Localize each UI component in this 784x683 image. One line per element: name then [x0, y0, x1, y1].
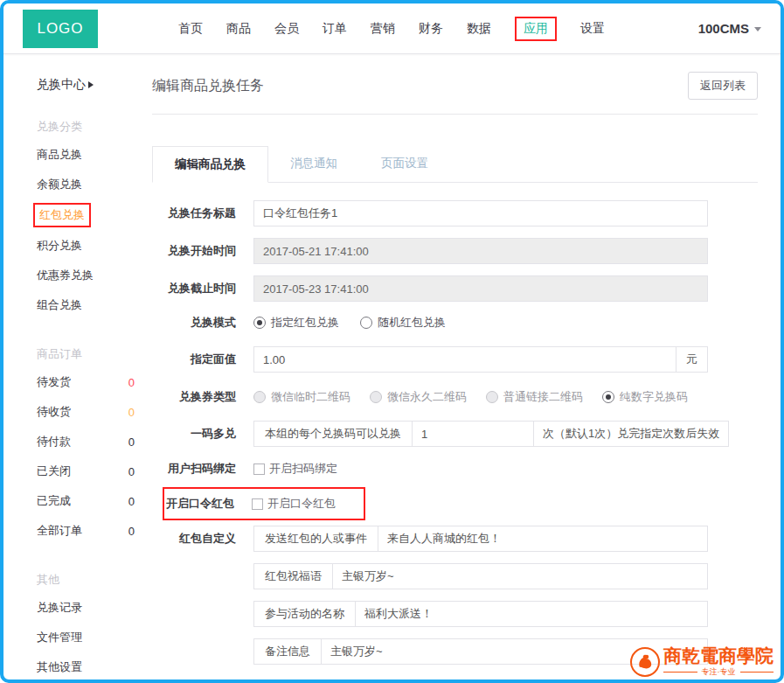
task-title-input[interactable]: [253, 200, 708, 227]
sidebar-item-redpacket-exchange-active[interactable]: 红包兑换: [3, 199, 147, 231]
field-label: 兑换开始时间: [152, 243, 236, 259]
back-to-list-button[interactable]: 返回列表: [688, 72, 758, 100]
page-title: 编辑商品兑换任务: [152, 77, 264, 95]
account-name: 100CMS: [698, 21, 749, 36]
tab-edit-goods-exchange[interactable]: 编辑商品兑换: [152, 146, 268, 183]
nav-item-marketing[interactable]: 营销: [371, 21, 395, 37]
account-menu[interactable]: 100CMS: [698, 21, 761, 36]
sidebar-group-exchange-categories: 兑换分类: [37, 119, 147, 135]
form-row-end-time: 兑换截止时间: [152, 275, 758, 302]
multi-redeem-count-input[interactable]: [412, 421, 534, 447]
nav-item-home[interactable]: 首页: [178, 21, 203, 37]
form-row-remark: 备注信息: [152, 638, 758, 665]
sidebar-item-to-pay[interactable]: 待付款 0: [3, 427, 147, 456]
form-row-scan-bind: 用户扫码绑定 开启扫码绑定: [152, 461, 758, 477]
multi-redeem-suffix: 次（默认1次）兑完指定次数后失效: [534, 421, 729, 447]
sidebar-group-other: 其他: [37, 572, 147, 588]
end-time-input: [253, 275, 708, 302]
tab-page-settings[interactable]: 页面设置: [359, 146, 450, 182]
nav-item-finance[interactable]: 财务: [419, 21, 443, 37]
sidebar-item-goods-exchange[interactable]: 商品兑换: [3, 140, 147, 170]
count-badge: 0: [128, 376, 135, 389]
sidebar-item-exchange-records[interactable]: 兑换记录: [3, 593, 147, 623]
form-row-task-title: 兑换任务标题: [152, 200, 758, 227]
custom-sender-addon: 发送红包的人或事件: [253, 526, 378, 552]
radio-disabled-icon: [253, 391, 266, 403]
checkbox-unchecked-icon: [253, 463, 265, 475]
nav-item-members[interactable]: 会员: [274, 21, 299, 37]
field-label: 一码多兑: [152, 426, 236, 442]
sidebar-item-to-receive[interactable]: 待收货 0: [3, 397, 147, 427]
sidebar-item-other-settings[interactable]: 其他设置: [3, 652, 147, 682]
scan-bind-checkbox[interactable]: 开启扫码绑定: [253, 461, 337, 477]
sidebar-item-all-orders[interactable]: 全部订单 0: [3, 516, 147, 546]
radio-unchecked-icon: [360, 317, 372, 329]
radio-disabled-icon: [486, 391, 498, 403]
nav-item-goods[interactable]: 商品: [226, 21, 251, 37]
sidebar-item-exchange-center[interactable]: 兑换中心: [3, 77, 147, 93]
multi-redeem-prefix: 本组的每个兑换码可以兑换: [253, 421, 412, 447]
wishing-addon: 红包祝福语: [253, 563, 332, 589]
form-row-password-redpacket-highlighted: 开启口令红包 开启口令红包: [163, 487, 365, 520]
header-divider: [152, 114, 758, 115]
custom-sender-input[interactable]: [378, 526, 708, 552]
count-badge: 0: [128, 436, 135, 449]
nav-item-orders[interactable]: 订单: [323, 21, 347, 37]
field-label: 指定面值: [152, 352, 236, 367]
exchange-task-form: 兑换任务标题 兑换开始时间 兑换截止时间 兑换模式 指: [152, 183, 758, 683]
sidebar-item-combo-exchange[interactable]: 组合兑换: [3, 290, 147, 320]
chevron-down-icon: [754, 27, 761, 31]
nav-item-settings[interactable]: 设置: [580, 21, 605, 37]
sidebar: 兑换中心 兑换分类 商品兑换 余额兑换 红包兑换 积分兑换 优惠券兑换 组合兑换…: [3, 54, 147, 680]
count-badge: 0: [128, 495, 135, 508]
sidebar-root-label: 兑换中心: [37, 77, 86, 93]
sidebar-item-to-ship[interactable]: 待发货 0: [3, 367, 147, 397]
form-row-coupon-type: 兑换券类型 微信临时二维码 微信永久二维码 普通链接二维码: [152, 387, 758, 407]
nav-item-apps-highlighted[interactable]: 应用: [515, 17, 557, 41]
count-badge: 0: [128, 406, 135, 419]
radio-numeric-code[interactable]: 纯数字兑换码: [602, 389, 688, 405]
radio-disabled-icon: [370, 391, 382, 403]
form-row-start-time: 兑换开始时间: [152, 238, 758, 264]
sidebar-group-goods-orders: 商品订单: [37, 346, 147, 362]
radio-wechat-permanent-qrcode[interactable]: 微信永久二维码: [370, 389, 467, 405]
field-label: 红包自定义: [152, 531, 236, 547]
form-row-activity-name: 参与活动的名称: [152, 601, 758, 627]
tab-bar: 编辑商品兑换 消息通知 页面设置: [152, 146, 758, 183]
sidebar-item-closed[interactable]: 已关闭 0: [3, 456, 147, 486]
unit-addon-yuan: 元: [676, 346, 708, 373]
sidebar-item-balance-exchange[interactable]: 余额兑换: [3, 170, 147, 199]
form-note: * 空白不填则使用默认红包模板: [253, 680, 758, 683]
checkbox-unchecked-icon: [252, 498, 263, 510]
sidebar-item-file-management[interactable]: 文件管理: [3, 623, 147, 652]
field-label: 兑换截止时间: [152, 281, 236, 296]
field-label: 兑换券类型: [152, 389, 236, 405]
form-row-redpacket-custom: 红包自定义 发送红包的人或事件: [152, 526, 758, 552]
sidebar-item-completed[interactable]: 已完成 0: [3, 486, 147, 516]
nav-item-data[interactable]: 数据: [467, 21, 491, 37]
radio-plain-link-qrcode[interactable]: 普通链接二维码: [486, 389, 583, 405]
tab-message-notification[interactable]: 消息通知: [268, 146, 359, 182]
wishing-input[interactable]: [332, 563, 708, 589]
logo[interactable]: LOGO: [23, 10, 98, 48]
main-nav: 首页 商品 会员 订单 营销 财务 数据 应用 设置: [178, 17, 605, 41]
form-row-wishing: 红包祝福语: [152, 563, 758, 589]
main-content: 编辑商品兑换任务 返回列表 编辑商品兑换 消息通知 页面设置 兑换任务标题 兑换…: [147, 54, 781, 680]
radio-mode-random[interactable]: 随机红包兑换: [360, 315, 446, 331]
sidebar-item-coupon-exchange[interactable]: 优惠券兑换: [3, 261, 147, 290]
remark-input[interactable]: [321, 638, 708, 665]
count-badge: 0: [128, 465, 135, 478]
radio-wechat-temp-qrcode[interactable]: 微信临时二维码: [253, 389, 350, 405]
activity-name-input[interactable]: [355, 601, 708, 627]
radio-mode-specified[interactable]: 指定红包兑换: [253, 315, 339, 331]
radio-checked-icon: [253, 317, 266, 329]
sidebar-item-points-exchange[interactable]: 积分兑换: [3, 231, 147, 261]
remark-addon: 备注信息: [253, 638, 321, 665]
start-time-input: [253, 238, 708, 264]
form-row-exchange-mode: 兑换模式 指定红包兑换 随机红包兑换: [152, 313, 758, 332]
face-value-input[interactable]: [253, 346, 676, 373]
field-label: 用户扫码绑定: [152, 461, 236, 477]
count-badge: 0: [128, 525, 135, 538]
activity-name-addon: 参与活动的名称: [253, 601, 355, 627]
password-redpacket-checkbox[interactable]: 开启口令红包: [252, 496, 336, 512]
